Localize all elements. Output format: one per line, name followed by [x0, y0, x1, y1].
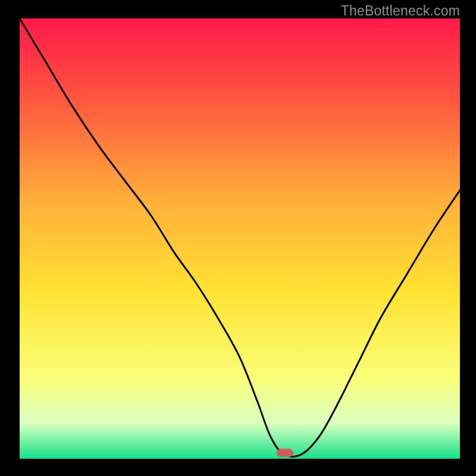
gradient-background — [20, 18, 460, 459]
watermark-text: TheBottleneck.com — [341, 3, 460, 19]
chart-container: TheBottleneck.com — [0, 0, 476, 476]
plot-area — [20, 18, 460, 459]
optimal-point-marker — [277, 449, 293, 457]
